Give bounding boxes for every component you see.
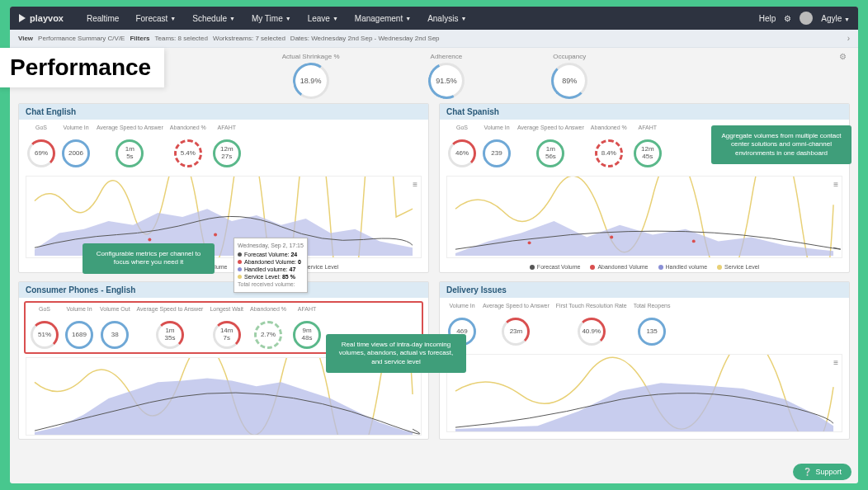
help-link[interactable]: Help <box>759 14 776 23</box>
kpi-label: Volume Out <box>100 306 130 318</box>
svg-point-4 <box>528 241 531 244</box>
filter-teams[interactable]: Teams: 8 selected <box>154 35 207 42</box>
kpi-ring: 46% <box>448 139 476 167</box>
chart-menu-icon[interactable]: ≡ <box>833 180 838 189</box>
metric-ring: 89% <box>554 65 585 97</box>
top-nav: playvox RealtimeForecast ▼Schedule ▼My T… <box>10 7 858 30</box>
kpi-label: Volume In <box>65 306 93 318</box>
nav-item-forecast[interactable]: Forecast ▼ <box>129 12 182 26</box>
tooltip-footer: Total received volume: <box>238 280 304 288</box>
user-menu[interactable]: Agyle ▼ <box>821 14 850 23</box>
legend-item[interactable]: Forecast Volume <box>530 264 581 270</box>
filter-bar: View Performance Summary C/V/E Filters T… <box>10 30 858 48</box>
metric-label: Occupancy <box>553 53 586 60</box>
nav-item-my-time[interactable]: My Time ▼ <box>245 12 298 26</box>
kpi-label: Abandoned % <box>591 125 627 136</box>
kpi-abandoned-: Abandoned %2.7% <box>250 306 286 349</box>
kpi-ring: 51% <box>31 321 59 349</box>
chart-chat-spanish[interactable]: ≡ <box>446 176 842 258</box>
panel-chat-english: Chat English GoS69%Volume In2006Average … <box>18 103 429 273</box>
summary-metric: Actual Shrinkage %18.9% <box>282 53 340 97</box>
dashboard-settings-icon[interactable]: ⚙ <box>839 52 847 61</box>
legend-item[interactable]: Abandoned Volume <box>590 264 648 270</box>
legend-label: Handled volume <box>666 264 708 270</box>
kpi-first-touch-resolution-rate: First Touch Resolution Rate40.9% <box>556 303 627 346</box>
nav-item-leave[interactable]: Leave ▼ <box>301 12 345 26</box>
kpi-abandoned-: Abandoned %5.4% <box>170 125 206 167</box>
kpi-ring: 40.9% <box>578 318 606 346</box>
chart-menu-icon[interactable]: ≡ <box>833 358 838 367</box>
kpi-ring: 1m56s <box>536 139 564 167</box>
filter-workstreams[interactable]: Workstreams: 7 selected <box>213 35 285 42</box>
view-label: View <box>18 35 33 42</box>
metric-ring: 91.5% <box>431 65 462 97</box>
kpi-average-speed-to-answer: Average Speed to Answer1m35s <box>137 306 204 349</box>
kpi-ring: 135 <box>638 318 666 346</box>
nav-item-analysis[interactable]: Analysis ▼ <box>421 12 473 26</box>
chart-delivery-issues[interactable]: ≡ <box>446 354 842 432</box>
kpi-label: Total Reopens <box>634 303 671 314</box>
legend-label: Abandoned Volume <box>597 264 648 270</box>
legend-swatch <box>717 265 722 270</box>
chart-menu-icon[interactable]: ≡ <box>413 180 417 189</box>
tooltip-row: Handled volume: 47 <box>238 266 304 273</box>
kpi-total-reopens: Total Reopens135 <box>634 303 671 346</box>
kpi-label: AFAHT <box>634 125 662 136</box>
legend-swatch <box>530 265 535 270</box>
legend-label: Forecast Volume <box>537 264 581 270</box>
metric-ring: 18.9% <box>295 65 327 97</box>
page-title-overlay: Performance <box>0 48 164 87</box>
summary-metric: Adherence91.5% <box>431 53 463 97</box>
kpi-label: Volume In <box>62 125 90 136</box>
kpi-ring: 9m48s <box>293 321 321 349</box>
legend-swatch <box>658 265 663 270</box>
svg-point-5 <box>610 236 613 239</box>
kpi-volume-out: Volume Out38 <box>100 306 130 349</box>
nav-right: Help ⚙ Agyle ▼ <box>759 12 850 25</box>
nav-menu: RealtimeForecast ▼Schedule ▼My Time ▼Lea… <box>80 12 473 26</box>
view-value[interactable]: Performance Summary C/V/E <box>38 35 125 42</box>
avatar[interactable] <box>800 12 813 25</box>
kpi-label: GoS <box>448 125 476 136</box>
panel-title: Delivery Issues <box>440 282 849 298</box>
kpi-volume-in: Volume In239 <box>483 125 511 167</box>
metric-label: Actual Shrinkage % <box>282 53 340 60</box>
kpi-label: AFAHT <box>213 125 241 136</box>
support-icon: ❔ <box>803 468 812 476</box>
panel-title: Chat Spanish <box>440 104 849 120</box>
nav-item-realtime[interactable]: Realtime <box>80 12 125 26</box>
kpi-abandoned-: Abandoned %8.4% <box>591 125 627 167</box>
support-button[interactable]: ❔ Support <box>793 464 851 480</box>
support-label: Support <box>815 468 842 476</box>
tooltip-title: Wednesday, Sep 2, 17:15 <box>238 242 304 249</box>
kpi-label: Average Speed to Answer <box>97 125 163 136</box>
kpi-average-speed-to-answer: Average Speed to Answer1m56s <box>517 125 584 167</box>
kpi-label: First Touch Resolution Rate <box>556 303 627 314</box>
nav-item-schedule[interactable]: Schedule ▼ <box>186 12 242 26</box>
nav-item-management[interactable]: Management ▼ <box>348 12 417 26</box>
kpi-ring: 8.4% <box>595 139 623 167</box>
svg-point-2 <box>214 233 217 237</box>
filter-dates[interactable]: Dates: Wednesday 2nd Sep - Wednesday 2nd… <box>290 35 440 42</box>
expand-filter-icon[interactable]: › <box>847 34 850 43</box>
kpi-volume-in: Volume In2006 <box>62 125 90 167</box>
kpi-label: AFAHT <box>293 306 321 318</box>
kpi-label: Longest Wait <box>210 306 243 318</box>
kpi-label: Average Speed to Answer <box>483 303 550 314</box>
settings-icon[interactable]: ⚙ <box>784 14 791 23</box>
kpi-label: Volume In <box>483 125 511 136</box>
kpi-longest-wait: Longest Wait14m7s <box>210 306 243 349</box>
legend-item[interactable]: Service Level <box>717 264 759 270</box>
tooltip-row: Forecast Volume: 24 <box>238 251 304 258</box>
callout-aggregate: Aggregate volumes from multiple contact … <box>711 125 851 164</box>
brand[interactable]: playvox <box>18 13 64 23</box>
kpi-ring: 69% <box>27 139 55 167</box>
tooltip-row: Abandoned Volume: 0 <box>238 258 304 266</box>
kpi-ring: 12m27s <box>213 139 241 167</box>
legend-item[interactable]: Handled volume <box>658 264 708 270</box>
kpi-volume-in: Volume In1689 <box>65 306 93 349</box>
kpi-ring: 23m <box>502 318 530 346</box>
kpi-gos: GoS46% <box>448 125 476 167</box>
kpi-afaht: AFAHT12m45s <box>634 125 662 167</box>
kpi-ring: 14m7s <box>213 321 241 349</box>
